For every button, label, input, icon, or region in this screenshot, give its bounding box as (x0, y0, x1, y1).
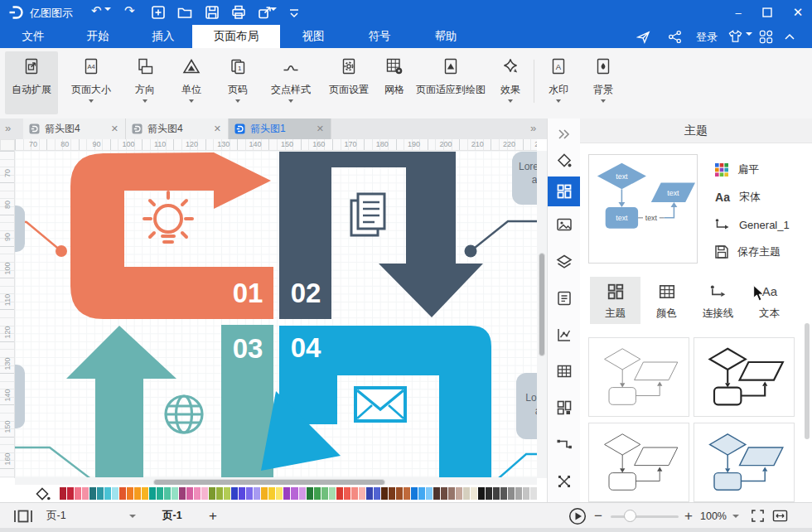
page-selector[interactable]: 页-1 (46, 503, 66, 529)
color-swatch[interactable] (112, 487, 118, 500)
placeholder-box-left-1[interactable] (15, 206, 25, 252)
color-swatch[interactable] (493, 487, 500, 500)
color-swatch[interactable] (359, 487, 365, 500)
panel-tab-theme[interactable]: 主题 (590, 277, 640, 324)
clipart-panel-icon[interactable] (548, 394, 581, 421)
send-feedback-icon[interactable] (636, 30, 650, 44)
maximize-button[interactable] (762, 7, 772, 17)
customize-quickbar-icon[interactable] (285, 4, 303, 21)
login-button[interactable]: 登录 (696, 30, 718, 45)
print-icon[interactable] (230, 4, 248, 21)
note-panel-icon[interactable] (548, 285, 581, 312)
toolbar-units[interactable]: 单位 (171, 51, 212, 114)
doc-tab-3-active[interactable]: 箭头图1 ✕ (229, 118, 331, 139)
zoom-in-button[interactable]: + (684, 503, 693, 529)
page-panel-toggle[interactable] (13, 503, 33, 529)
color-swatch[interactable] (515, 487, 522, 500)
color-swatch[interactable] (344, 487, 350, 500)
color-swatch[interactable] (307, 487, 313, 500)
color-swatch[interactable] (456, 487, 462, 500)
color-swatch[interactable] (254, 487, 260, 500)
collapse-ribbon-icon[interactable] (784, 32, 795, 41)
color-swatch[interactable] (60, 487, 66, 500)
fullscreen-button[interactable] (751, 503, 765, 529)
color-swatch[interactable] (389, 487, 395, 500)
theme-panel-icon[interactable] (548, 177, 581, 206)
color-swatch[interactable] (500, 487, 507, 500)
color-swatch[interactable] (67, 487, 74, 500)
color-swatch[interactable] (231, 487, 238, 500)
page-tab[interactable]: 页-1 (162, 503, 182, 529)
toolbar-page-setup[interactable]: 页面设置 (323, 51, 375, 114)
panel-tab-connectors[interactable]: 连接线 (693, 277, 743, 324)
color-swatch[interactable] (411, 487, 418, 500)
page-selector-caret[interactable] (129, 503, 136, 529)
color-swatch[interactable] (142, 487, 148, 500)
color-swatch[interactable] (478, 487, 485, 500)
color-swatch[interactable] (351, 487, 358, 500)
open-file-icon[interactable] (176, 4, 194, 21)
fill-color-icon[interactable] (35, 487, 51, 501)
color-swatch[interactable] (134, 487, 141, 500)
theme-thumbnail[interactable] (588, 337, 689, 417)
color-swatch[interactable] (314, 487, 321, 500)
color-swatch[interactable] (157, 487, 163, 500)
tab-scroll-left-icon[interactable]: » (5, 122, 9, 134)
color-swatch[interactable] (299, 487, 306, 500)
presentation-play-button[interactable] (568, 503, 587, 529)
theme-color-scheme-option[interactable]: 扁平 (714, 161, 807, 179)
color-swatch[interactable] (127, 487, 133, 500)
apps-grid-icon[interactable] (759, 30, 773, 44)
panel-tab-colors[interactable]: 颜色 (641, 277, 692, 324)
color-swatch[interactable] (75, 487, 81, 500)
color-swatch[interactable] (104, 487, 111, 500)
theme-thumbnail[interactable] (694, 423, 795, 502)
toolbar-watermark[interactable]: A 水印 (540, 51, 577, 114)
fill-format-icon[interactable] (548, 148, 581, 174)
zoom-out-button[interactable]: − (594, 503, 602, 529)
tab-close-icon[interactable]: ✕ (317, 123, 324, 134)
toolbar-background[interactable]: 背景 (585, 51, 621, 114)
menu-insert[interactable]: 插入 (143, 25, 183, 48)
split-panel-icon[interactable] (548, 468, 581, 495)
color-swatch[interactable] (268, 487, 275, 500)
color-swatch[interactable] (523, 487, 529, 500)
doc-tab-1[interactable]: 箭头图4 ✕ (23, 118, 126, 139)
doc-tab-2[interactable]: 箭头图4 ✕ (126, 118, 229, 139)
tab-close-icon[interactable]: ✕ (111, 123, 118, 134)
toolbar-orientation[interactable]: 方向 (124, 51, 166, 114)
toolbar-fit-page-to-drawing[interactable]: 页面适应到绘图 (413, 51, 489, 114)
toolbar-auto-expand[interactable]: 自动扩展 (5, 51, 58, 114)
color-swatch[interactable] (471, 487, 477, 500)
color-swatch[interactable] (441, 487, 447, 500)
save-theme-option[interactable]: 保存主题 (714, 243, 807, 261)
color-swatch[interactable] (381, 487, 388, 500)
color-swatch[interactable] (283, 487, 290, 500)
placeholder-box-left-2[interactable] (15, 365, 25, 428)
add-page-button[interactable]: + (209, 503, 217, 529)
zoom-level[interactable]: 100% (700, 503, 727, 529)
zoom-slider-knob[interactable] (624, 510, 636, 522)
color-swatch[interactable] (291, 487, 297, 500)
menu-symbols[interactable]: 符号 (360, 25, 399, 48)
menu-file[interactable]: 文件 (13, 25, 53, 48)
color-swatch[interactable] (366, 487, 373, 500)
theme-connector-option[interactable]: General_1 (714, 215, 807, 234)
color-swatch[interactable] (508, 487, 515, 500)
v-scrollbar-thumb[interactable] (539, 253, 545, 356)
close-button[interactable]: ✕ (785, 0, 810, 25)
layers-panel-icon[interactable] (548, 249, 581, 275)
color-swatch[interactable] (530, 487, 537, 500)
color-swatch[interactable] (172, 487, 178, 500)
color-swatch[interactable] (149, 487, 156, 500)
color-swatch[interactable] (164, 487, 171, 500)
toolbar-page-number[interactable]: 1 页码 (217, 51, 259, 114)
placeholder-box-top-right[interactable]: Lore a (512, 152, 537, 205)
tab-close-icon[interactable]: ✕ (214, 123, 221, 134)
skin-tshirt-icon[interactable] (727, 29, 743, 44)
theme-preview-card[interactable]: text text text text (588, 154, 698, 264)
table-panel-icon[interactable] (548, 358, 581, 384)
connector-style-panel-icon[interactable] (548, 431, 581, 457)
panel-scrollbar-thumb[interactable] (805, 323, 810, 439)
color-swatch[interactable] (216, 487, 223, 500)
